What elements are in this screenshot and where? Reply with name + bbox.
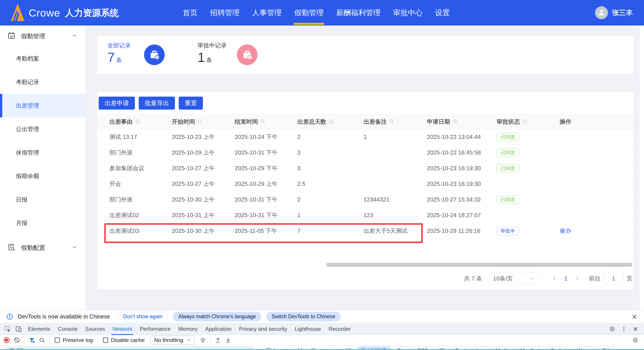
page-size-select[interactable]: 10条/页 bbox=[489, 272, 539, 285]
urge-link[interactable]: 催办 bbox=[560, 227, 571, 235]
column-header[interactable]: 出差事由 bbox=[104, 114, 167, 129]
table-row[interactable]: 部门外派 2025-10-30 上午 2025-10-31 下午 2 12344… bbox=[98, 192, 633, 208]
nav-item-label: 审批中心 bbox=[393, 8, 422, 18]
devtools-tab-label: Performance bbox=[140, 326, 170, 332]
column-header[interactable]: 开始时间 bbox=[167, 114, 230, 129]
briefcase-gear-icon bbox=[144, 44, 165, 65]
table-row[interactable]: 出差测试03 2025-10-30 上午 2025-11-05 下午 7 出差大… bbox=[98, 223, 633, 239]
column-header[interactable]: 申请日期 bbox=[422, 114, 492, 129]
record-network-log-icon[interactable] bbox=[1, 336, 12, 345]
table-row[interactable]: 测试 13:17 2025-10-23 上午 2025-10-24 下午 2 1… bbox=[98, 129, 633, 145]
search-icon[interactable] bbox=[389, 119, 395, 124]
chevron-up-icon bbox=[72, 33, 78, 40]
total-days-cell: 7 bbox=[292, 223, 358, 239]
nav-item[interactable]: 设置 bbox=[435, 0, 450, 26]
devtools-tab[interactable]: Memory bbox=[174, 323, 202, 335]
search-icon[interactable] bbox=[260, 119, 266, 124]
nav-item[interactable]: 审批中心 bbox=[393, 0, 422, 26]
horizontal-scrollbar[interactable] bbox=[326, 263, 632, 267]
sidebar-item[interactable]: 考勤记录 bbox=[0, 70, 86, 94]
search-icon[interactable] bbox=[452, 119, 458, 124]
sidebar-item[interactable]: 考勤档案 bbox=[0, 47, 86, 70]
devtools-tab-label: Privacy and security bbox=[239, 326, 287, 332]
action-button[interactable]: 出差申请 bbox=[99, 96, 135, 110]
table-row[interactable]: 部门外派 2025-10-29 上午 2025-10-31 下午 3 2025-… bbox=[98, 145, 633, 160]
devtools-tab[interactable]: Recorder bbox=[325, 323, 354, 335]
note-cell: 出差大于5天测试 bbox=[358, 223, 422, 239]
column-header[interactable]: 结束时间 bbox=[230, 114, 292, 129]
disable-cache-toggle[interactable]: Disable cache bbox=[103, 337, 145, 343]
nav-item[interactable]: 招聘管理 bbox=[210, 0, 240, 26]
search-icon[interactable] bbox=[328, 119, 334, 124]
nav-item[interactable]: 假勤管理 bbox=[294, 0, 324, 26]
table-row[interactable]: 开会 2025-10-27 上午 2025-10-29 上午 2.5 2025-… bbox=[98, 176, 633, 192]
brand[interactable]: Crowe 人力资源系统 bbox=[0, 4, 119, 22]
sidebar-group-config[interactable]: 假勤配置 bbox=[0, 237, 86, 258]
inspect-element-icon[interactable] bbox=[2, 323, 13, 335]
close-icon[interactable] bbox=[632, 314, 637, 320]
settings-gear-icon[interactable] bbox=[607, 323, 617, 335]
devtools-tab[interactable]: Application bbox=[201, 323, 235, 335]
banner-button[interactable]: Switch DevTools to Chinese bbox=[266, 312, 341, 321]
devtools-tab[interactable]: Privacy and security bbox=[235, 323, 291, 335]
sidebar-item[interactable]: 休假管理 bbox=[0, 141, 86, 164]
sidebar-group-label: 假勤配置 bbox=[21, 244, 72, 252]
page-scrollbar-gutter[interactable] bbox=[639, 26, 644, 310]
disable-cache-checkbox[interactable] bbox=[103, 338, 108, 343]
device-toolbar-icon[interactable] bbox=[13, 323, 24, 335]
action-button[interactable]: 重置 bbox=[179, 96, 203, 110]
close-devtools-icon[interactable] bbox=[630, 323, 640, 335]
search-icon[interactable] bbox=[522, 119, 528, 124]
sidebar-item[interactable]: 公出管理 bbox=[0, 118, 86, 141]
stats-card: 全部记录 7条 审批中记录 1条 bbox=[97, 36, 634, 74]
user-menu[interactable]: 张三丰 bbox=[595, 0, 633, 26]
network-conditions-icon[interactable] bbox=[198, 336, 208, 345]
sidebar-group-attendance[interactable]: 假勤管理 bbox=[0, 26, 86, 47]
table-row[interactable]: 参加集团会议 2025-10-27 上午 2025-10-29 下午 3 202… bbox=[98, 160, 633, 176]
network-settings-gear-icon[interactable] bbox=[630, 336, 640, 345]
nav-item[interactable]: 薪酬福利管理 bbox=[336, 0, 380, 26]
table-row[interactable]: 出差测试02 2025-10-31 上午 2025-10-31 下午 1 123… bbox=[98, 208, 633, 223]
column-header[interactable]: 出差备注 bbox=[358, 114, 422, 129]
sidebar-item[interactable]: 出差管理 bbox=[0, 94, 86, 118]
preserve-log-toggle[interactable]: Preserve log bbox=[54, 337, 93, 343]
bottom-edge-line bbox=[0, 349, 644, 350]
export-har-icon[interactable] bbox=[223, 336, 233, 345]
status-badge: 已同意 bbox=[496, 196, 519, 204]
kebab-menu-icon[interactable] bbox=[619, 323, 629, 335]
end-time-cell: 2025-10-24 下午 bbox=[230, 129, 292, 145]
devtools-tab[interactable]: Lighthouse bbox=[291, 323, 324, 335]
devtools-tab[interactable]: Sources bbox=[82, 323, 109, 335]
network-filter-icon[interactable] bbox=[26, 336, 37, 345]
search-icon[interactable] bbox=[197, 119, 203, 124]
table-header-row: 出差事由 开始时间 结束时间 出差总天数 bbox=[98, 114, 633, 129]
prev-page-button[interactable] bbox=[552, 275, 558, 282]
column-header-label: 申请日期 bbox=[427, 118, 450, 126]
devtools-tab[interactable]: Network bbox=[109, 323, 136, 335]
throttling-select[interactable]: No throttling bbox=[150, 336, 194, 345]
banner-button[interactable]: Don't show again bbox=[118, 312, 168, 321]
banner-button[interactable]: Always match Chrome's language bbox=[173, 312, 261, 321]
reason-cell: 测试 13:17 bbox=[104, 129, 167, 145]
devtools-tab[interactable]: Console bbox=[54, 323, 82, 335]
action-button[interactable]: 批量导出 bbox=[139, 96, 175, 110]
sidebar-item[interactable]: 假期余额 bbox=[0, 164, 86, 188]
next-page-button[interactable] bbox=[574, 275, 580, 282]
column-header[interactable]: 审批状态 bbox=[492, 114, 555, 129]
search-network-icon[interactable] bbox=[37, 336, 47, 345]
devtools-tab[interactable]: Elements bbox=[24, 323, 54, 335]
column-header[interactable]: 操作 bbox=[555, 114, 633, 129]
search-icon[interactable] bbox=[135, 119, 141, 124]
sidebar-item[interactable]: 月报 bbox=[0, 211, 86, 235]
sidebar-item[interactable]: 日报 bbox=[0, 188, 86, 211]
goto-page-input[interactable] bbox=[604, 272, 624, 285]
import-har-icon[interactable] bbox=[213, 336, 223, 345]
column-header[interactable]: 出差总天数 bbox=[292, 114, 358, 129]
preserve-log-checkbox[interactable] bbox=[54, 338, 60, 343]
devtools-tab[interactable]: Performance bbox=[136, 323, 174, 335]
nav-item[interactable]: 首页 bbox=[183, 0, 198, 26]
current-page[interactable]: 1 bbox=[564, 275, 568, 282]
start-time-cell: 2025-10-31 上午 bbox=[167, 208, 230, 223]
nav-item[interactable]: 人事管理 bbox=[252, 0, 282, 26]
clear-network-log-icon[interactable] bbox=[12, 336, 22, 345]
